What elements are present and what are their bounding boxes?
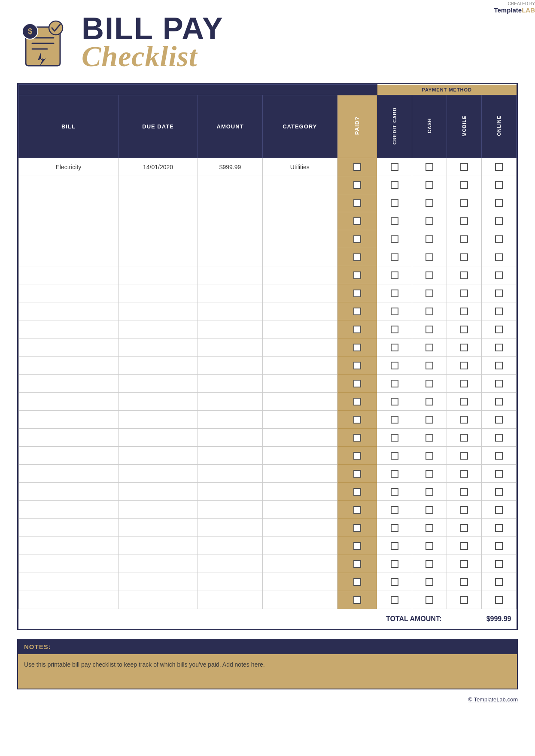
col-due-cell[interactable] xyxy=(118,555,198,573)
col-due-cell[interactable] xyxy=(118,501,198,519)
col-online-cell[interactable] xyxy=(481,284,516,302)
col-cash-cell[interactable] xyxy=(412,302,447,320)
col-amount-cell[interactable]: $999.99 xyxy=(198,158,263,176)
col-mobile-cell[interactable] xyxy=(447,573,481,591)
col-online-cell[interactable] xyxy=(481,411,516,429)
col-cc-cell[interactable] xyxy=(377,411,412,429)
col-cc-cell[interactable] xyxy=(377,519,412,537)
col-cash-cell[interactable] xyxy=(412,411,447,429)
col-due-cell[interactable] xyxy=(118,465,198,483)
col-amount-cell[interactable] xyxy=(198,591,263,609)
paid-checkbox-cell[interactable] xyxy=(337,411,377,429)
col-mobile-cell[interactable] xyxy=(447,212,481,230)
paid-checkbox-cell[interactable] xyxy=(337,375,377,393)
col-bill-cell[interactable] xyxy=(19,537,119,555)
col-online-cell[interactable] xyxy=(481,266,516,284)
col-category-cell[interactable] xyxy=(262,465,337,483)
col-online-cell[interactable] xyxy=(481,501,516,519)
paid-checkbox-cell[interactable] xyxy=(337,465,377,483)
paid-checkbox-cell[interactable] xyxy=(337,483,377,501)
col-bill-cell[interactable] xyxy=(19,357,119,375)
col-online-cell[interactable] xyxy=(481,429,516,447)
col-online-cell[interactable] xyxy=(481,338,516,357)
col-amount-cell[interactable] xyxy=(198,573,263,591)
col-cash-cell[interactable] xyxy=(412,338,447,357)
col-online-cell[interactable] xyxy=(481,447,516,465)
col-category-cell[interactable] xyxy=(262,429,337,447)
col-cc-cell[interactable] xyxy=(377,230,412,248)
col-bill-cell[interactable] xyxy=(19,465,119,483)
paid-checkbox-cell[interactable] xyxy=(337,591,377,609)
col-online-cell[interactable] xyxy=(481,212,516,230)
col-bill-cell[interactable] xyxy=(19,230,119,248)
col-mobile-cell[interactable] xyxy=(447,393,481,411)
col-due-cell[interactable] xyxy=(118,573,198,591)
col-cc-cell[interactable] xyxy=(377,158,412,176)
col-due-cell[interactable] xyxy=(118,537,198,555)
col-online-cell[interactable] xyxy=(481,230,516,248)
col-online-cell[interactable] xyxy=(481,248,516,266)
col-category-cell[interactable] xyxy=(262,357,337,375)
col-category-cell[interactable]: Utilities xyxy=(262,158,337,176)
col-cash-cell[interactable] xyxy=(412,158,447,176)
col-amount-cell[interactable] xyxy=(198,284,263,302)
col-category-cell[interactable] xyxy=(262,375,337,393)
paid-checkbox-cell[interactable] xyxy=(337,429,377,447)
col-category-cell[interactable] xyxy=(262,320,337,338)
col-online-cell[interactable] xyxy=(481,465,516,483)
col-cash-cell[interactable] xyxy=(412,555,447,573)
col-cc-cell[interactable] xyxy=(377,375,412,393)
col-amount-cell[interactable] xyxy=(198,212,263,230)
col-bill-cell[interactable] xyxy=(19,591,119,609)
col-mobile-cell[interactable] xyxy=(447,375,481,393)
col-cash-cell[interactable] xyxy=(412,573,447,591)
col-category-cell[interactable] xyxy=(262,284,337,302)
col-cash-cell[interactable] xyxy=(412,230,447,248)
paid-checkbox-cell[interactable] xyxy=(337,320,377,338)
col-mobile-cell[interactable] xyxy=(447,320,481,338)
col-cc-cell[interactable] xyxy=(377,176,412,194)
col-cc-cell[interactable] xyxy=(377,483,412,501)
col-mobile-cell[interactable] xyxy=(447,357,481,375)
col-mobile-cell[interactable] xyxy=(447,501,481,519)
col-mobile-cell[interactable] xyxy=(447,411,481,429)
col-due-cell[interactable] xyxy=(118,320,198,338)
footer-link[interactable]: © TemplateLab.com xyxy=(468,696,518,703)
col-mobile-cell[interactable] xyxy=(447,591,481,609)
paid-checkbox-cell[interactable] xyxy=(337,302,377,320)
col-amount-cell[interactable] xyxy=(198,230,263,248)
col-cc-cell[interactable] xyxy=(377,248,412,266)
col-category-cell[interactable] xyxy=(262,230,337,248)
col-online-cell[interactable] xyxy=(481,573,516,591)
paid-checkbox-cell[interactable] xyxy=(337,537,377,555)
col-cc-cell[interactable] xyxy=(377,302,412,320)
col-bill-cell[interactable] xyxy=(19,176,119,194)
col-online-cell[interactable] xyxy=(481,537,516,555)
col-mobile-cell[interactable] xyxy=(447,465,481,483)
col-bill-cell[interactable] xyxy=(19,411,119,429)
col-cash-cell[interactable] xyxy=(412,483,447,501)
col-online-cell[interactable] xyxy=(481,176,516,194)
col-cc-cell[interactable] xyxy=(377,357,412,375)
paid-checkbox-cell[interactable] xyxy=(337,284,377,302)
col-cash-cell[interactable] xyxy=(412,537,447,555)
col-amount-cell[interactable] xyxy=(198,447,263,465)
col-amount-cell[interactable] xyxy=(198,375,263,393)
col-due-cell[interactable] xyxy=(118,591,198,609)
col-cc-cell[interactable] xyxy=(377,465,412,483)
col-cash-cell[interactable] xyxy=(412,176,447,194)
col-amount-cell[interactable] xyxy=(198,555,263,573)
paid-checkbox-cell[interactable] xyxy=(337,393,377,411)
paid-checkbox-cell[interactable] xyxy=(337,338,377,357)
col-mobile-cell[interactable] xyxy=(447,447,481,465)
col-cc-cell[interactable] xyxy=(377,537,412,555)
col-due-cell[interactable] xyxy=(118,483,198,501)
col-online-cell[interactable] xyxy=(481,302,516,320)
col-mobile-cell[interactable] xyxy=(447,248,481,266)
col-amount-cell[interactable] xyxy=(198,357,263,375)
col-online-cell[interactable] xyxy=(481,158,516,176)
col-due-cell[interactable] xyxy=(118,375,198,393)
col-mobile-cell[interactable] xyxy=(447,266,481,284)
col-amount-cell[interactable] xyxy=(198,519,263,537)
col-amount-cell[interactable] xyxy=(198,411,263,429)
